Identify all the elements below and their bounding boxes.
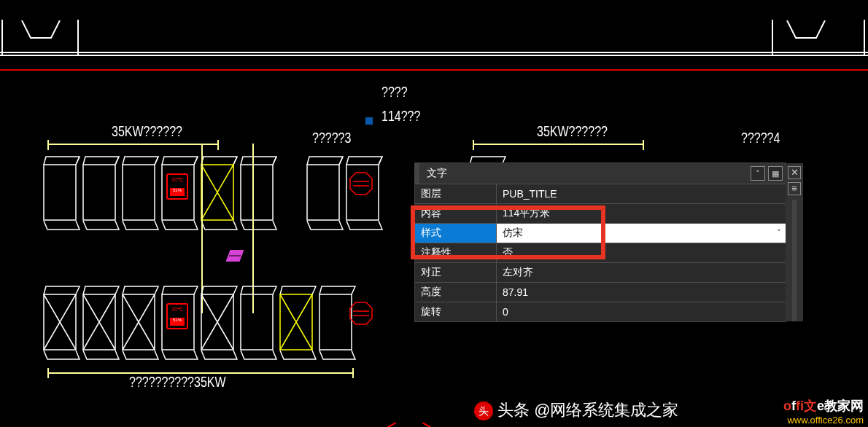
rail-line-lower <box>0 55 868 56</box>
text-center-top: ???? <box>381 83 408 100</box>
badge-red: 20℃ 51% <box>166 303 188 329</box>
svg-line-8 <box>233 157 237 165</box>
svg-rect-12 <box>241 165 273 220</box>
unit-row-bottom <box>43 286 358 351</box>
quick-select-icon[interactable]: ▦ <box>768 166 783 181</box>
unit-box <box>82 286 122 351</box>
svg-rect-41 <box>319 294 352 350</box>
badge-top: 20℃ <box>170 177 185 187</box>
palette-rows: 图层PUB_TITLE 内容114平方米 样式仿宋˅ 注释性否 对正左对齐 高度… <box>415 184 786 321</box>
rail-vsep <box>864 20 865 56</box>
palette-style-value: 仿宋 <box>503 227 523 240</box>
svg-rect-0 <box>44 165 76 220</box>
unit-box <box>82 156 122 222</box>
badge-inner: 51% <box>170 318 185 326</box>
palette-title-bar[interactable]: 文字 ˅ ▦ <box>415 163 786 184</box>
unit-row-top-left-flaps <box>43 221 279 231</box>
unit-box <box>240 156 279 222</box>
rail-vsep <box>772 20 773 56</box>
palette-side-drag[interactable] <box>792 200 797 321</box>
red-fragment <box>383 420 435 427</box>
dim-tick <box>473 140 474 150</box>
dim-tick <box>47 140 49 150</box>
unit-row-bottom-flaps <box>43 350 358 361</box>
svg-line-1 <box>76 157 80 165</box>
unit-box <box>122 156 161 222</box>
unit-box <box>43 156 82 222</box>
svg-rect-37 <box>241 294 273 350</box>
parallelogram-icon <box>226 250 244 262</box>
top-rail <box>0 20 868 56</box>
palette-side-bar[interactable]: ✕ ≡ <box>786 163 803 321</box>
svg-rect-2 <box>83 165 115 220</box>
svg-line-7 <box>194 157 198 165</box>
palette-title: 文字 <box>419 167 751 180</box>
red-divider-line <box>0 69 868 71</box>
unit-box <box>240 286 279 351</box>
text-bottom-label: ??????????35KW <box>129 374 226 391</box>
watermark-line1: offi文e教家网 <box>783 397 864 415</box>
badge-top: 20℃ <box>170 307 185 317</box>
text-label-col3: ?????3 <box>312 129 351 146</box>
rail-line-upper <box>0 52 868 53</box>
unit-box <box>43 286 82 351</box>
svg-line-17 <box>379 157 382 165</box>
svg-line-15 <box>339 157 343 165</box>
dim-line-right-top <box>473 144 644 145</box>
svg-line-13 <box>273 157 276 165</box>
chevron-down-icon[interactable]: ˅ <box>751 166 765 181</box>
badge-red: 20℃ 51% <box>166 173 188 200</box>
dim-tick <box>352 368 354 378</box>
dropdown-arrow-icon[interactable]: ˅ <box>777 228 781 238</box>
text-label-left-top: 35KW?????? <box>112 122 182 139</box>
svg-marker-42 <box>350 302 372 324</box>
svg-line-46 <box>422 423 434 427</box>
unit-box-yellow <box>201 156 240 222</box>
properties-palette[interactable]: 文字 ˅ ▦ ✕ ≡ 图层PUB_TITLE 内容114平方米 样式仿宋˅ 注释… <box>414 162 786 322</box>
rail-vsep <box>1 20 3 56</box>
palette-row-rotation[interactable]: 旋转0 <box>415 302 786 321</box>
unit-row-top-right-1-flaps <box>306 221 385 231</box>
dim-tick <box>643 140 644 150</box>
palette-row-style[interactable]: 样式仿宋˅ <box>415 223 786 243</box>
top-trapezoid <box>19 20 63 39</box>
grip-handle[interactable] <box>365 117 373 125</box>
palette-row-justify[interactable]: 对正左对齐 <box>415 262 786 282</box>
palette-row-height[interactable]: 高度87.91 <box>415 282 786 302</box>
unit-box <box>306 156 346 222</box>
dim-line-left-top <box>47 144 219 145</box>
svg-line-5 <box>155 157 158 165</box>
palette-row-layer[interactable]: 图层PUB_TITLE <box>415 184 786 203</box>
svg-rect-14 <box>307 165 339 220</box>
rail-vsep <box>77 20 79 56</box>
watermark-office26: offi文e教家网 www.office26.com <box>783 397 864 426</box>
toutiao-icon: 头 <box>474 401 493 420</box>
top-trapezoid <box>784 20 828 39</box>
palette-row-annotative[interactable]: 注释性否 <box>415 243 786 262</box>
unit-box-yellow <box>279 286 319 351</box>
watermark-line2: www.office26.com <box>783 415 864 426</box>
svg-rect-4 <box>123 165 155 220</box>
text-label-right-top: 35KW?????? <box>537 122 608 139</box>
svg-line-45 <box>384 423 396 427</box>
octagon-icon <box>349 301 373 326</box>
svg-marker-18 <box>350 173 372 195</box>
svg-line-3 <box>115 157 119 165</box>
unit-box <box>201 286 240 351</box>
unit-row-top-left <box>43 156 279 222</box>
close-icon[interactable]: ✕ <box>788 166 801 179</box>
text-label-col4: ?????4 <box>741 129 780 146</box>
octagon-icon <box>349 171 373 196</box>
unit-box <box>122 286 161 351</box>
palette-row-contents[interactable]: 内容114平方米 <box>415 203 786 223</box>
dim-tick <box>47 368 49 378</box>
badge-inner: 51% <box>170 188 185 196</box>
dim-tick <box>217 140 219 150</box>
watermark-toutiao: 头头条 @网络系统集成之家 <box>474 399 678 421</box>
menu-icon[interactable]: ≡ <box>788 182 801 195</box>
text-center-mid[interactable]: 114??? <box>381 107 420 124</box>
